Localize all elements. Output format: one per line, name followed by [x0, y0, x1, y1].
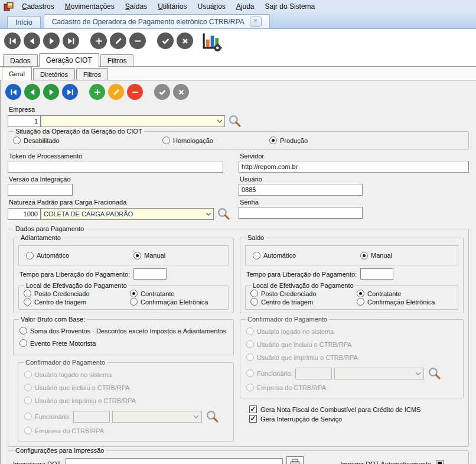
- radio-centro-triagem[interactable]: Centro de triagem: [24, 298, 130, 306]
- checkbox-checked-icon[interactable]: [249, 415, 257, 423]
- empresa-search-icon[interactable]: [228, 114, 242, 128]
- tab-diretorios[interactable]: Diretórios: [33, 68, 75, 80]
- radio-saldo-contratante[interactable]: Contratante: [357, 290, 453, 297]
- chart-settings-icon[interactable]: [201, 32, 222, 50]
- tab-geral[interactable]: Geral: [2, 67, 32, 80]
- tab-geracao-ciot[interactable]: Geração CIOT: [39, 53, 99, 67]
- radio-evento-frete[interactable]: Evento Frete Motorista: [19, 339, 229, 347]
- tab-dados[interactable]: Dados: [3, 54, 38, 66]
- radio-saldo-usuario-logado: Usuário logado no sistema: [246, 327, 458, 335]
- radio-saldo-posto-credenciado[interactable]: Posto Credenciado: [250, 290, 357, 297]
- menu-item-saidas[interactable]: Saídas: [120, 1, 152, 12]
- delete-record-button[interactable]: [129, 33, 146, 49]
- versao-input[interactable]: [8, 184, 73, 196]
- checkbox-checked-icon[interactable]: [249, 405, 257, 413]
- radio-saldo-usuario-imprimiu: Usuário que imprimiu o CTRB/RPA: [246, 353, 458, 361]
- saldo-tempo-row: Tempo para Liberação do Pagamento:: [246, 268, 458, 280]
- servidor-input[interactable]: [239, 161, 469, 173]
- radio-producao[interactable]: Produção: [269, 137, 308, 144]
- prior-record-button[interactable]: [24, 33, 40, 49]
- senha-label: Senha: [240, 199, 469, 206]
- cancel-button-inner[interactable]: [173, 84, 189, 100]
- delete-record-button-inner[interactable]: [127, 84, 143, 100]
- prior-record-button-inner[interactable]: [24, 84, 40, 100]
- first-record-button[interactable]: [4, 33, 21, 49]
- checkbox-indeterminate-icon[interactable]: [436, 460, 444, 464]
- cancel-button[interactable]: [177, 33, 193, 49]
- last-record-button[interactable]: [63, 33, 79, 49]
- menu-item-sair-do-sistema[interactable]: Sair do Sistema: [260, 1, 321, 12]
- usuario-label: Usuário: [240, 176, 469, 183]
- first-record-button-inner[interactable]: [5, 84, 21, 100]
- tab-inicio[interactable]: Início: [7, 16, 41, 28]
- tab-filtros-inner[interactable]: Filtros: [76, 68, 108, 80]
- menu-item-cadastros[interactable]: Cadastros: [17, 1, 60, 12]
- radio-contratante[interactable]: Contratante: [130, 290, 223, 297]
- imprimir-dot-auto[interactable]: Imprimir DOT Automaticamente: [340, 460, 444, 464]
- record-toolbar: [1, 80, 476, 103]
- menu-item-ajuda[interactable]: Ajuda: [231, 1, 260, 12]
- next-record-button-inner[interactable]: [43, 84, 59, 100]
- edit-record-button-inner[interactable]: [108, 84, 124, 100]
- impressora-dot-input[interactable]: [66, 458, 283, 464]
- empresa-code-input[interactable]: [8, 115, 41, 127]
- natureza-field: Natureza Padrão para Carga Fracionada CO…: [8, 196, 230, 220]
- radio-saldo-manual[interactable]: Manual: [360, 252, 392, 259]
- funcionario-combobox: [112, 411, 202, 423]
- radio-saldo-confirmacao-eletronica[interactable]: Confirmação Eletrônica: [357, 298, 453, 306]
- adiantamento-legend: Adiantamento: [19, 234, 63, 241]
- dropdown-arrow-icon[interactable]: [214, 116, 224, 126]
- insert-record-button[interactable]: [90, 33, 107, 49]
- radio-adiantamento-manual[interactable]: Manual: [133, 252, 165, 259]
- saldo-funcionario-row: Funcionário:: [246, 366, 458, 380]
- tab-filtros[interactable]: Filtros: [100, 54, 134, 66]
- printer-icon[interactable]: [286, 456, 304, 464]
- radio-saldo-centro-triagem[interactable]: Centro de triagem: [250, 298, 357, 306]
- empresa-combobox[interactable]: [41, 115, 225, 127]
- tab-cadastro-operadora-pagamento[interactable]: Cadastro de Operadora de Pagamento eletr…: [44, 14, 270, 28]
- natureza-code-input[interactable]: [8, 208, 41, 220]
- radio-usuario-incluiu: Usuário que incluiu o CTRB/RPA: [24, 384, 229, 391]
- natureza-combobox[interactable]: COLETA DE CARGA PADRÃO: [41, 208, 214, 220]
- insert-record-button-inner[interactable]: [89, 84, 105, 100]
- senha-input[interactable]: [239, 207, 363, 219]
- check-gera-nota-fiscal[interactable]: Gera Nota Fiscal de Combustível para Cré…: [249, 405, 464, 413]
- last-record-button-inner[interactable]: [62, 84, 78, 100]
- token-label: Token de Processamento: [9, 152, 230, 160]
- saldo-tempo-input[interactable]: [360, 268, 393, 280]
- radio-saldo-usuario-incluiu: Usuário que incluiu o CTRB/RPA: [246, 340, 458, 348]
- radio-circle: [13, 137, 21, 144]
- token-input[interactable]: [8, 161, 223, 173]
- impressora-dot-label: Impressora DOT: [13, 460, 61, 464]
- natureza-search-icon[interactable]: [217, 207, 230, 220]
- close-tab-icon[interactable]: ✕: [250, 17, 262, 27]
- senha-field: Senha: [239, 196, 469, 220]
- dropdown-arrow-icon[interactable]: [203, 209, 213, 219]
- menu-item-usuarios[interactable]: Usuários: [192, 1, 230, 12]
- situacao-groupbox: Situação da Operação da Geração do CIOT …: [8, 128, 469, 150]
- radio-adiantamento-automatico[interactable]: Automático: [26, 252, 133, 259]
- radio-posto-credenciado[interactable]: Posto Credenciado: [24, 290, 130, 297]
- radio-desabilitado[interactable]: Desabilitado: [13, 137, 162, 144]
- radio-circle: [162, 137, 170, 144]
- menu-item-utilitarios[interactable]: Utilitários: [152, 1, 192, 12]
- tempo-label: Tempo para Liberação do Pagamento:: [246, 271, 357, 278]
- dados-pagamento-groupbox: Dados para Pagamento Adiantamento Automá…: [8, 225, 469, 447]
- next-record-button[interactable]: [43, 33, 60, 49]
- adiantamento-tempo-input[interactable]: [133, 268, 167, 280]
- radio-confirmacao-eletronica[interactable]: Confirmação Eletrônica: [130, 298, 223, 306]
- confirm-button[interactable]: [157, 33, 174, 49]
- radio-homologacao[interactable]: Homologação: [162, 137, 269, 144]
- saldo-funcionario-search-icon[interactable]: [428, 366, 441, 380]
- radio-saldo-automatico[interactable]: Automático: [253, 252, 360, 259]
- menu-item-movimentacoes[interactable]: Movimentações: [60, 1, 120, 12]
- check-gera-interrupcao[interactable]: Gera Interrupção de Serviço: [249, 415, 464, 423]
- confirm-button-inner[interactable]: [154, 84, 170, 100]
- saldo-funcionario-combobox: [334, 368, 424, 379]
- versao-field: Versão da Integração: [8, 173, 230, 196]
- empresa-label: Empresa: [9, 106, 469, 113]
- radio-soma-proventos[interactable]: Soma dos Proventos - Descontos exceto Im…: [19, 327, 229, 335]
- usuario-input[interactable]: [239, 184, 363, 196]
- edit-record-button[interactable]: [110, 33, 126, 49]
- funcionario-search-icon[interactable]: [206, 410, 219, 423]
